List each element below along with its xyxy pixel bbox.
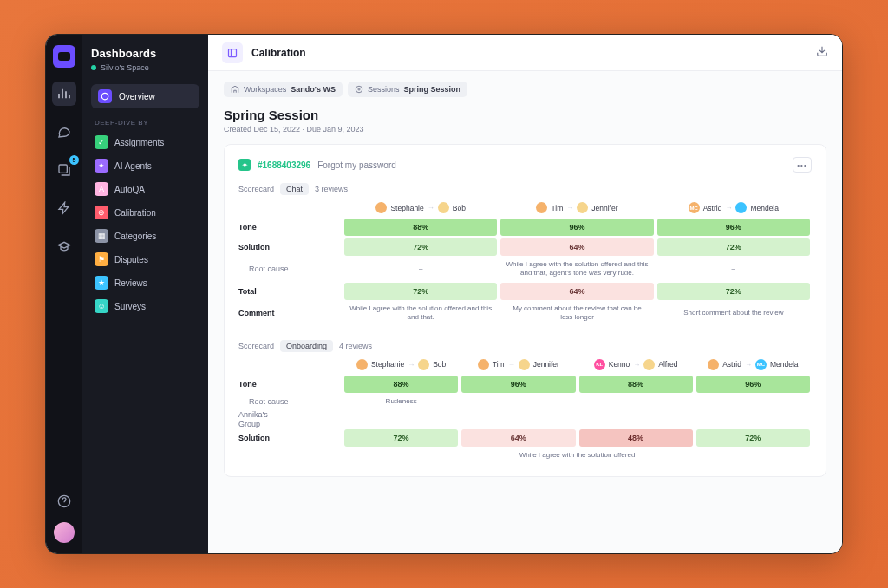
sidebar-item-reviews[interactable]: ★Reviews (91, 272, 199, 293)
app-logo (53, 45, 75, 68)
sidebar-item-disputes[interactable]: ⚑Disputes (91, 249, 199, 270)
nav-item-label: AutoQA (114, 185, 145, 194)
score-cell: 88% (344, 219, 497, 236)
scorecard-0: ScorecardChat3 reviewsStephanie→BobTim→J… (238, 183, 812, 324)
overview-icon (98, 89, 112, 103)
row-label: Root cause (238, 395, 343, 408)
score-cell: 72% (344, 429, 458, 447)
session-card: ✦ #1688403296 Forgot my password ••• Sco… (224, 144, 826, 477)
rail-conversations-icon[interactable] (52, 120, 76, 144)
page-title: Spring Session (224, 108, 826, 122)
nav-item-icon: ▦ (95, 229, 108, 243)
sidebar-item-categories[interactable]: ▦Categories (91, 225, 199, 246)
nav-item-icon: ★ (95, 276, 108, 290)
breadcrumb: WorkspacesSando's WS SessionsSpring Sess… (224, 82, 826, 97)
scorecard-type-pill: Onboarding (280, 340, 333, 352)
breadcrumb-workspace[interactable]: WorkspacesSando's WS (224, 82, 343, 97)
score-cell: 88% (344, 376, 458, 393)
score-cell: 64% (500, 283, 653, 300)
text-cell: While I agree with the solution offered … (500, 258, 653, 280)
text-cell: Rudeness (344, 395, 458, 408)
scorecard-meta: ScorecardChat3 reviews (238, 183, 812, 195)
ticket-id[interactable]: #1688403296 (258, 160, 310, 170)
nav-item-label: Surveys (114, 302, 146, 311)
sidebar: Dashboards Silvio's Space Overview DEEP-… (82, 35, 208, 553)
group-label: Annika's Group (238, 410, 291, 429)
row-label: Solution (238, 429, 343, 447)
nav-item-label: Categories (114, 232, 156, 241)
text-cell: My comment about the review that can be … (500, 303, 653, 324)
main-panel: Calibration WorkspacesSando's WS Session… (208, 35, 842, 553)
text-cell: Short comment about the review (657, 303, 810, 324)
topbar: Calibration (208, 35, 842, 71)
nav-item-label: Disputes (114, 255, 148, 265)
workspace-indicator[interactable]: Silvio's Space (91, 63, 199, 72)
score-cell: 96% (461, 376, 575, 393)
sidebar-item-autoqa[interactable]: AAutoQA (91, 179, 199, 199)
text-cell: – (579, 395, 693, 408)
nav-item-icon: ⚑ (95, 252, 108, 266)
nav-item-label: Reviews (114, 278, 147, 288)
text-cell: – (696, 395, 810, 408)
reviewer-pair: Stephanie→Bob (344, 202, 497, 213)
score-cell: 72% (344, 238, 497, 256)
ticket-source-icon: ✦ (238, 159, 251, 171)
row-label: Total (238, 283, 343, 300)
user-avatar[interactable] (54, 522, 75, 543)
rail-tasks-icon[interactable]: 5 (52, 158, 76, 182)
nav-item-label: Calibration (114, 208, 156, 218)
text-cell: – (657, 258, 810, 280)
reviewer-pair: KLKenno→Alfred (579, 359, 693, 370)
calibration-topbar-icon (222, 42, 243, 63)
score-cell: 64% (461, 429, 575, 447)
text-cell: – (461, 395, 575, 408)
sidebar-item-surveys[interactable]: ☺Surveys (91, 296, 199, 317)
sidebar-item-assignments[interactable]: ✓Assignments (91, 132, 199, 153)
reviewer-pair: Tim→Jennifer (461, 359, 575, 370)
scorecard-type-pill: Chat (280, 183, 309, 195)
nav-item-icon: ✦ (95, 159, 108, 173)
page-subtitle: Created Dec 15, 2022 · Due Jan 9, 2023 (224, 125, 826, 134)
score-cell: 72% (657, 238, 810, 256)
sidebar-item-calibration[interactable]: ⊕Calibration (91, 202, 199, 223)
nav-item-label: AI Agents (114, 161, 152, 171)
ticket-subject: Forgot my password (317, 160, 396, 170)
text-cell: – (344, 258, 497, 280)
sidebar-section-label: DEEP-DIVE BY (95, 119, 199, 127)
nav-item-icon: ✓ (95, 135, 108, 149)
content-scroll[interactable]: WorkspacesSando's WS SessionsSpring Sess… (208, 71, 842, 553)
score-cell: 96% (500, 219, 653, 236)
rail-dashboards-icon[interactable] (52, 82, 76, 106)
nav-overview[interactable]: Overview (91, 84, 199, 108)
nav-item-label: Assignments (114, 138, 164, 147)
score-cell: 48% (579, 429, 693, 447)
reviewer-pair: Stephanie→Bob (344, 359, 458, 370)
score-cell: 64% (500, 238, 653, 256)
scorecard-1: ScorecardOnboarding4 reviewsStephanie→Bo… (238, 340, 812, 461)
rail-coaching-icon[interactable] (52, 234, 76, 258)
sidebar-item-ai-agents[interactable]: ✦AI Agents (91, 155, 199, 176)
ticket-menu-button[interactable]: ••• (793, 157, 812, 173)
score-cell: 96% (657, 219, 810, 236)
row-label: Comment (238, 303, 343, 324)
score-cell: 88% (579, 376, 693, 393)
ticket-header: ✦ #1688403296 Forgot my password ••• (238, 157, 812, 173)
row-label: Root cause (238, 258, 343, 280)
scorecard-meta: ScorecardOnboarding4 reviews (238, 340, 812, 352)
nav-item-icon: ⊕ (95, 206, 108, 219)
rail-tasks-badge: 5 (69, 155, 79, 165)
breadcrumb-session[interactable]: SessionsSpring Session (348, 82, 467, 97)
rail-activity-icon[interactable] (52, 196, 76, 220)
help-icon[interactable] (52, 489, 76, 513)
status-dot (91, 65, 96, 70)
score-cell: 72% (344, 283, 497, 300)
app-window: 5 Dashboards Silvio's Space Overview DEE… (45, 34, 843, 554)
reviewer-pair: Astrid→MCMendela (696, 359, 810, 370)
reviewer-pair: Tim→Jennifer (500, 202, 653, 213)
nav-item-icon: A (95, 182, 108, 196)
sidebar-title: Dashboards (91, 47, 199, 60)
download-button[interactable] (816, 45, 828, 61)
svg-rect-3 (229, 49, 237, 56)
svg-rect-0 (59, 165, 67, 173)
row-label: Tone (238, 219, 343, 236)
